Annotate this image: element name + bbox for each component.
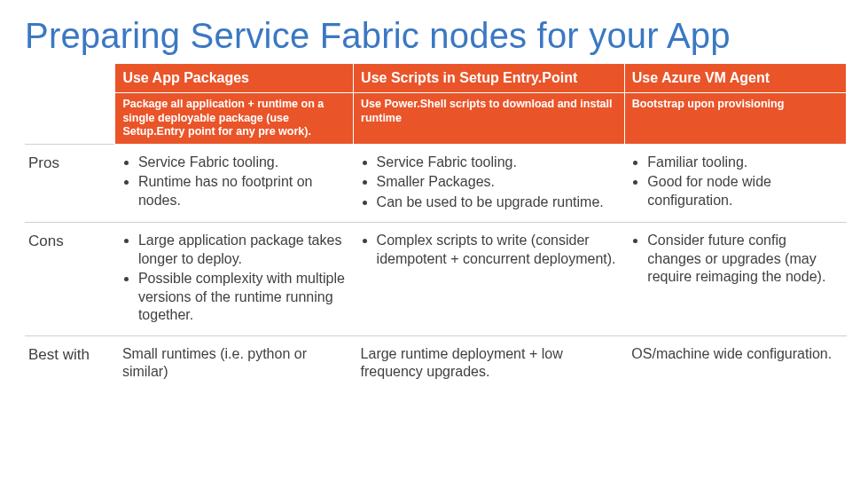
cell-best-c2: Large runtime deployment + low frequency… [354,335,625,390]
list-item: Large application package takes longer t… [138,232,347,268]
list-item: Service Fabric tooling. [377,154,618,171]
list-pros-c2: Service Fabric tooling. Smaller Packages… [361,154,618,211]
slide-title: Preparing Service Fabric nodes for your … [25,16,847,56]
cell-pros-c3: Familiar tooling. Good for node wide con… [624,144,846,222]
list-pros-c3: Familiar tooling. Good for node wide con… [631,154,839,209]
cell-cons-c1: Large application package takes longer t… [115,223,354,335]
col-sub-scripts: Use Power.Shell scripts to download and … [354,93,625,145]
col-header-vm-agent: Use Azure VM Agent [624,64,846,93]
table-subheader-row: Package all application + runtime on a s… [25,93,847,145]
comparison-table: Use App Packages Use Scripts in Setup En… [25,63,847,390]
col-header-app-packages: Use App Packages [115,64,354,93]
col-sub-app-packages: Package all application + runtime on a s… [115,93,354,145]
cell-best-c1: Small runtimes (i.e. python or similar) [115,335,354,390]
cell-cons-c2: Complex scripts to write (consider idemp… [354,223,625,335]
cell-pros-c2: Service Fabric tooling. Smaller Packages… [354,144,625,222]
list-item: Complex scripts to write (consider idemp… [377,232,618,268]
table-header-row: Use App Packages Use Scripts in Setup En… [25,64,847,93]
row-pros: Pros Service Fabric tooling. Runtime has… [25,144,847,222]
list-pros-c1: Service Fabric tooling. Runtime has no f… [122,154,347,209]
col-sub-vm-agent: Bootstrap upon provisioning [624,93,846,145]
cell-cons-c3: Consider future config changes or upgrad… [624,223,846,335]
list-item: Runtime has no footprint on nodes. [138,173,347,209]
list-item: Service Fabric tooling. [138,154,347,171]
col-header-scripts: Use Scripts in Setup Entry.Point [354,64,625,93]
list-item: Familiar tooling. [647,154,839,171]
row-label-best: Best with [25,335,115,390]
cell-best-c3: OS/machine wide configuration. [624,335,846,390]
row-label-cons: Cons [25,223,115,335]
list-item: Consider future config changes or upgrad… [647,232,839,286]
row-cons: Cons Large application package takes lon… [25,223,847,335]
row-label-pros: Pros [25,144,115,222]
list-cons-c2: Complex scripts to write (consider idemp… [361,232,618,268]
header-blank [25,64,115,93]
slide: Preparing Service Fabric nodes for your … [0,0,868,489]
list-item: Good for node wide configuration. [647,173,839,209]
subheader-blank [25,93,115,145]
list-item: Smaller Packages. [377,173,618,191]
cell-pros-c1: Service Fabric tooling. Runtime has no f… [115,144,354,222]
list-item: Possible complexity with multiple versio… [138,270,347,324]
list-cons-c3: Consider future config changes or upgrad… [631,232,839,286]
row-best-with: Best with Small runtimes (i.e. python or… [25,335,847,390]
list-cons-c1: Large application package takes longer t… [122,232,347,324]
list-item: Can be used to be upgrade runtime. [377,193,618,211]
